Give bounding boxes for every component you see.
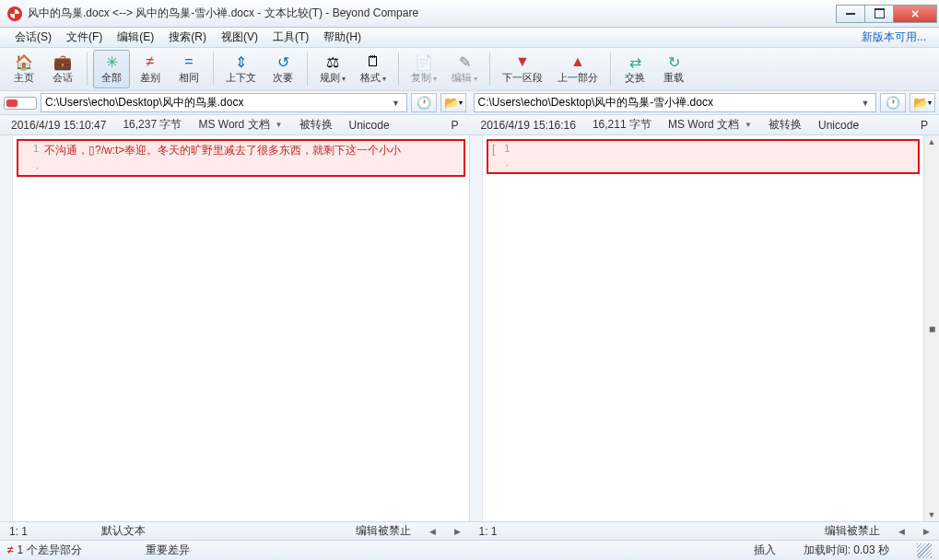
arrow-up-icon: ▲ (569, 53, 587, 70)
left-type: MS Word 文档 (198, 117, 269, 133)
arrow-down-icon: ▼ (513, 53, 532, 70)
minor-icon: ↺ (274, 53, 292, 70)
scroll-button-icon[interactable]: ◼ (929, 324, 935, 333)
chevron-down-icon[interactable]: ▼ (745, 121, 752, 129)
swap-button[interactable]: ⇄交换 (616, 50, 653, 88)
menu-view[interactable]: 视图(V) (214, 28, 265, 47)
next-section-button[interactable]: ▼下一区段 (496, 50, 549, 88)
vertical-scrollbar[interactable]: ▲ ◼ ▼ (923, 135, 939, 521)
pane-status-row: 1: 1 默认文本 编辑被禁止 ◀ ▶ 1: 1 编辑被禁止 ◀ ▶ (0, 521, 939, 540)
briefcase-icon: 💼 (53, 53, 72, 70)
load-time: 加载时间: 0.03 秒 (804, 542, 889, 558)
chevron-down-icon: ▾ (928, 99, 932, 107)
right-path-input-box: ▼ (474, 93, 877, 112)
left-edit-disabled: 编辑被禁止 (356, 523, 411, 539)
window-title: 风中的鸟巢.docx <--> 风中的鸟巢-雪小禅.docx - 文本比较(T)… (28, 6, 837, 21)
menu-session[interactable]: 会话(S) (7, 28, 59, 47)
format-button[interactable]: 🗒格式▾ (354, 50, 393, 88)
home-button[interactable]: 🏠主页 (6, 50, 42, 88)
not-equal-icon: ≠ (141, 53, 159, 70)
folder-icon: 📂 (913, 96, 928, 110)
reload-button[interactable]: ↻重载 (655, 50, 692, 88)
line-marker: · (492, 159, 509, 170)
minimize-button[interactable] (836, 5, 865, 23)
prev-section-button[interactable]: ▲上一部分 (551, 50, 604, 88)
right-type: MS Word 文档 (668, 117, 739, 133)
right-path-area: ▼ 🕐 📂▾ (470, 93, 940, 112)
home-icon: 🏠 (15, 53, 33, 70)
scroll-right-icon[interactable]: ▶ (454, 527, 461, 536)
menu-tools[interactable]: 工具(T) (265, 28, 316, 47)
all-button[interactable]: ✳全部 (93, 50, 130, 88)
separator (610, 52, 611, 86)
right-pane: [ 1 · ▲ ◼ ▼ (470, 135, 939, 521)
menu-help[interactable]: 帮助(H) (316, 28, 369, 47)
right-diff-line[interactable]: [ 1 (488, 141, 918, 158)
folder-icon: 📂 (444, 96, 459, 110)
diff-button[interactable]: ≠差别 (132, 50, 169, 88)
scroll-up-icon[interactable]: ▲ (928, 137, 936, 146)
left-diff-line[interactable]: 1 不沟通，▯?/w:t>奉迎。冬天的旷野里减去了很多东西，就剩下这一个小小 (18, 141, 464, 160)
right-history-button[interactable]: 🕐 (880, 93, 906, 112)
separator (87, 52, 88, 86)
left-cursor-pos: 1: 1 (9, 525, 28, 538)
important-diff: 重要差异 (146, 542, 256, 558)
left-info: 2016/4/19 15:10:47 16,237 字节 MS Word 文档▼… (0, 115, 470, 134)
left-path-input-box: ▼ (41, 93, 407, 112)
left-path-input[interactable] (45, 97, 390, 110)
right-p: P (921, 119, 928, 132)
right-converted: 被转换 (769, 117, 802, 133)
menu-bar: 会话(S) 文件(F) 编辑(E) 搜索(R) 视图(V) 工具(T) 帮助(H… (0, 28, 939, 48)
maximize-button[interactable] (864, 5, 894, 23)
left-body[interactable] (13, 181, 469, 521)
scroll-left-icon[interactable]: ◀ (898, 527, 905, 536)
copy-button[interactable]: 📄复制▾ (405, 50, 443, 88)
right-gutter[interactable] (470, 135, 483, 521)
context-button[interactable]: ⇕上下文 (219, 50, 263, 88)
chevron-down-icon: ▾ (474, 75, 477, 83)
copy-icon: 📄 (415, 53, 433, 70)
right-browse-button[interactable]: 📂▾ (910, 93, 935, 112)
right-path-input[interactable] (478, 97, 860, 110)
left-browse-button[interactable]: 📂▾ (440, 93, 466, 112)
left-diff-box: 1 不沟通，▯?/w:t>奉迎。冬天的旷野里减去了很多东西，就剩下这一个小小 · (17, 139, 465, 177)
line-number: 1 (499, 143, 510, 154)
right-diff-box: [ 1 · (487, 139, 920, 174)
history-icon: 🕐 (886, 96, 900, 110)
rules-button[interactable]: ⚖规则▾ (313, 50, 352, 88)
scroll-down-icon[interactable]: ▼ (928, 510, 936, 519)
not-equal-icon: ≠ (7, 543, 14, 556)
left-converted: 被转换 (299, 117, 333, 133)
app-icon (7, 6, 22, 21)
chevron-down-icon[interactable]: ▼ (859, 99, 872, 108)
close-button[interactable] (893, 5, 937, 23)
left-gutter[interactable] (0, 135, 13, 521)
same-button[interactable]: =相同 (170, 50, 207, 88)
new-version-link[interactable]: 新版本可用... (856, 28, 932, 47)
left-pane: 1 不沟通，▯?/w:t>奉迎。冬天的旷野里减去了很多东西，就剩下这一个小小 · (0, 135, 470, 521)
swap-icon: ⇄ (626, 53, 644, 70)
diff-count: ≠1 个差异部分 (7, 542, 118, 558)
line-marker: · (22, 162, 39, 173)
minor-button[interactable]: ↺次要 (264, 50, 301, 88)
left-history-button[interactable]: 🕐 (411, 93, 437, 112)
diff-thermometer[interactable] (4, 97, 37, 110)
edit-icon: ✎ (455, 53, 474, 70)
menu-search[interactable]: 搜索(R) (161, 28, 214, 47)
left-p: P (451, 119, 458, 132)
right-date: 2016/4/19 15:16:16 (481, 119, 576, 132)
chevron-down-icon: ▾ (382, 75, 386, 83)
scroll-right-icon[interactable]: ▶ (923, 527, 930, 536)
chevron-down-icon[interactable]: ▼ (390, 99, 403, 108)
scroll-left-icon[interactable]: ◀ (429, 527, 436, 536)
history-icon: 🕐 (417, 96, 431, 110)
resize-grip[interactable] (917, 543, 932, 558)
menu-file[interactable]: 文件(F) (59, 28, 110, 47)
sessions-button[interactable]: 💼会话 (44, 50, 81, 88)
info-row: 2016/4/19 15:10:47 16,237 字节 MS Word 文档▼… (0, 115, 939, 135)
right-body[interactable] (483, 178, 923, 521)
edit-button[interactable]: ✎编辑▾ (445, 50, 484, 88)
chevron-down-icon[interactable]: ▼ (276, 121, 283, 129)
context-icon: ⇕ (232, 53, 251, 70)
menu-edit[interactable]: 编辑(E) (110, 28, 161, 47)
